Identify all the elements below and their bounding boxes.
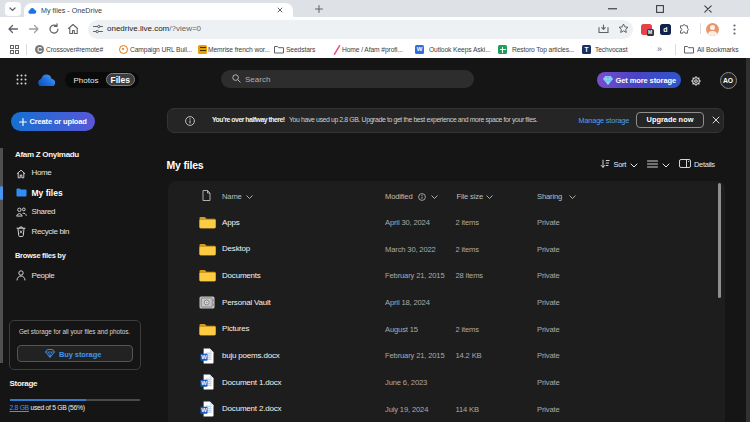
svg-text:W: W: [201, 407, 207, 413]
svg-text:W: W: [201, 354, 207, 360]
svg-text:W: W: [201, 381, 207, 387]
